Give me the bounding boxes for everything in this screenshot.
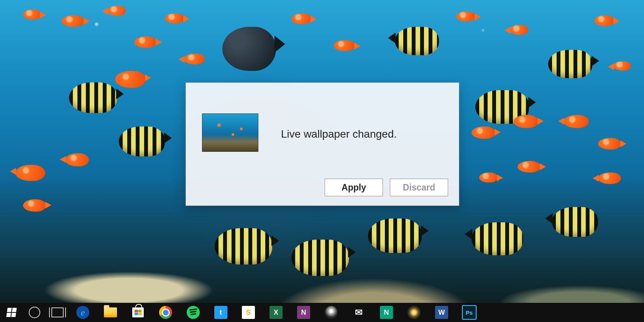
fish-icon <box>107 6 126 16</box>
fish-icon <box>518 161 540 172</box>
fish-icon <box>456 12 475 21</box>
fish-icon <box>291 13 311 24</box>
discard-button[interactable]: Discard <box>390 179 448 196</box>
fish-icon <box>613 61 631 71</box>
fish-icon <box>472 222 523 255</box>
store-icon <box>132 307 144 317</box>
xbox-icon <box>325 306 338 319</box>
fish-icon <box>514 115 538 128</box>
apply-button[interactable]: Apply <box>325 179 383 196</box>
taskbar-windows-store[interactable] <box>124 303 152 322</box>
taskbar-excel[interactable]: X <box>262 303 290 322</box>
sonos-icon <box>407 306 421 319</box>
fish-icon <box>23 10 41 20</box>
fish-icon <box>134 36 156 48</box>
cortana-button[interactable] <box>23 303 46 322</box>
fish-icon <box>119 127 165 156</box>
task-view-icon <box>51 307 64 317</box>
taskbar-edge-browser[interactable]: e <box>69 303 97 322</box>
taskbar-word[interactable]: W <box>428 303 455 322</box>
fish-icon <box>598 172 621 184</box>
taskbar-mail[interactable]: ✉ <box>345 303 373 322</box>
taskbar-file-explorer[interactable] <box>97 303 124 322</box>
taskbar-app-n[interactable]: N <box>373 303 400 322</box>
onenote-icon: N <box>297 306 310 319</box>
windows-logo-icon <box>6 308 16 317</box>
taskbar-twitter[interactable]: t <box>207 303 235 322</box>
edge-browser-icon: e <box>76 306 89 319</box>
fish-icon <box>69 82 117 113</box>
taskbar-slack[interactable]: S <box>235 303 262 322</box>
chrome-icon <box>159 306 172 319</box>
fish-icon <box>548 50 592 78</box>
fish-icon <box>15 165 45 181</box>
fish-icon <box>510 25 528 35</box>
fish-icon <box>215 228 272 264</box>
fish-icon <box>594 15 614 26</box>
fish-icon <box>552 207 598 237</box>
excel-icon: X <box>269 306 283 319</box>
mail-icon: ✉ <box>352 306 365 319</box>
wallpaper-thumbnail <box>202 113 258 152</box>
twitter-icon: t <box>214 306 227 319</box>
taskbar-onenote[interactable]: N <box>290 303 317 322</box>
fish-icon <box>395 27 439 55</box>
fish-icon <box>598 138 621 150</box>
fish-icon <box>184 54 205 64</box>
wallpaper-changed-dialog: Live wallpaper changed. Apply Discard <box>186 82 459 206</box>
fish-icon <box>165 13 184 23</box>
fish-icon <box>65 153 89 166</box>
taskbar-spotify[interactable] <box>179 303 207 322</box>
task-view-button[interactable] <box>46 303 69 322</box>
cortana-icon <box>29 307 40 318</box>
slack-icon: S <box>242 306 255 319</box>
taskbar-google-chrome[interactable] <box>152 303 179 322</box>
fish-icon <box>334 40 355 51</box>
fish-icon <box>368 219 422 253</box>
taskbar-sonos[interactable] <box>400 303 428 322</box>
app-n-icon: N <box>380 306 393 319</box>
fish-icon <box>115 71 146 88</box>
fish-icon <box>222 27 276 71</box>
spotify-icon <box>187 306 200 319</box>
fish-icon <box>61 15 84 27</box>
fish-icon <box>479 172 498 182</box>
taskbar: etSXN✉NWPs <box>0 303 644 322</box>
fish-icon <box>564 115 589 128</box>
start-button[interactable] <box>0 303 23 322</box>
fish-icon <box>291 240 349 276</box>
taskbar-photoshop[interactable]: Ps <box>455 303 483 322</box>
fish-icon <box>472 127 495 139</box>
taskbar-xbox[interactable] <box>317 303 345 322</box>
fish-icon <box>23 199 46 212</box>
folder-icon <box>104 307 117 317</box>
word-icon: W <box>435 306 448 319</box>
photoshop-icon: Ps <box>462 305 476 320</box>
dialog-message: Live wallpaper changed. <box>281 128 397 140</box>
